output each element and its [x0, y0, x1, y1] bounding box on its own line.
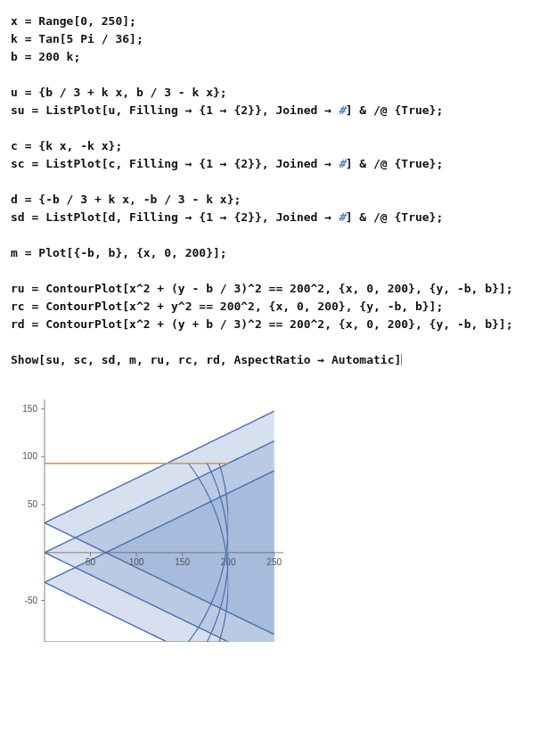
- output-plot: 50100150200250-5050100150: [14, 394, 529, 655]
- x-tick-label: 200: [221, 557, 236, 567]
- code-line: d = {-b / 3 + k x, -b / 3 - k x};: [11, 191, 529, 209]
- code-line: m = Plot[{-b, b}, {x, 0, 200}];: [11, 244, 529, 262]
- x-tick-label: 50: [86, 557, 96, 567]
- y-tick-label: 50: [28, 499, 38, 509]
- code-line: sd = ListPlot[d, Filling → {1 → {2}}, Jo…: [11, 209, 529, 226]
- code-line: c = {k x, -k x};: [11, 137, 529, 155]
- code-line: Show[su, sc, sd, m, ru, rc, rd, AspectRa…: [11, 351, 529, 369]
- code-line: su = ListPlot[u, Filling → {1 → {2}}, Jo…: [11, 102, 529, 119]
- code-line: b = 200 k;: [11, 48, 529, 66]
- x-tick-label: 150: [175, 557, 190, 567]
- y-tick-label: 150: [22, 404, 37, 414]
- x-tick-label: 250: [266, 557, 282, 567]
- y-tick-label: -50: [25, 596, 38, 605]
- input-cell[interactable]: x = Range[0, 250]; k = Tan[5 Pi / 36]; b…: [11, 12, 529, 369]
- x-tick-label: 100: [129, 557, 144, 567]
- slot-icon: #: [339, 103, 346, 117]
- slot-icon: #: [339, 157, 346, 170]
- code-line: rc = ContourPlot[x^2 + y^2 == 200^2, {x,…: [11, 298, 529, 316]
- code-line: u = {b / 3 + k x, b / 3 - k x};: [11, 84, 529, 102]
- code-line: rd = ContourPlot[x^2 + (y + b / 3)^2 == …: [11, 316, 529, 333]
- code-line: x = Range[0, 250];: [11, 12, 529, 30]
- slot-icon: #: [339, 210, 346, 224]
- chart: 50100150200250-5050100150: [14, 394, 290, 653]
- code-line: ru = ContourPlot[x^2 + (y - b / 3)^2 == …: [11, 280, 529, 298]
- code-line: sc = ListPlot[c, Filling → {1 → {2}}, Jo…: [11, 155, 529, 173]
- y-tick-label: 100: [22, 451, 37, 461]
- notebook-page: x = Range[0, 250]; k = Tan[5 Pi / 36]; b…: [0, 0, 540, 670]
- code-line: k = Tan[5 Pi / 36];: [11, 30, 529, 48]
